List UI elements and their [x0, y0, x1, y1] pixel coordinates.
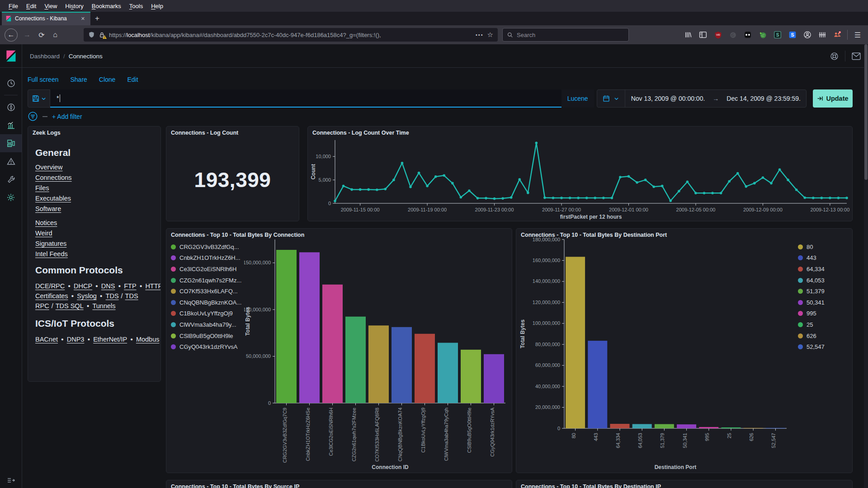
dev-tools-icon[interactable] [0, 170, 22, 188]
data-point[interactable] [829, 197, 831, 199]
data-point[interactable] [837, 197, 840, 199]
data-point[interactable] [426, 185, 429, 188]
dashboard-icon[interactable] [0, 134, 22, 152]
zeek-link-modbus[interactable]: Modbus [136, 336, 160, 343]
data-point[interactable] [350, 188, 353, 191]
data-point[interactable] [678, 190, 680, 192]
menu-bookmarks[interactable]: Bookmarks [88, 1, 125, 11]
data-point[interactable] [434, 175, 437, 178]
saved-query-button[interactable] [28, 89, 50, 108]
data-point[interactable] [569, 197, 571, 199]
legend-item[interactable]: Ce3lCG2oEiSNRlh6H [171, 263, 243, 275]
data-point[interactable] [644, 178, 647, 181]
data-point[interactable] [577, 197, 580, 199]
bar[interactable] [722, 427, 741, 428]
page-actions-icon[interactable]: ••• [476, 32, 484, 38]
zeek-link-notices[interactable]: Notices [35, 219, 57, 226]
legend-item[interactable]: 995 [798, 308, 849, 319]
data-point[interactable] [334, 200, 336, 202]
data-point[interactable] [418, 172, 420, 174]
zeek-link-connections[interactable]: Connections [35, 174, 72, 181]
line-chart[interactable]: 05,00010,000Count2009-11-15 00:002009-11… [308, 136, 852, 221]
zeek-link-executables[interactable]: Executables [35, 195, 71, 202]
zeek-link-overview[interactable]: Overview [35, 164, 62, 171]
tab-close-icon[interactable]: ✕ [79, 15, 87, 23]
data-point[interactable] [636, 181, 638, 184]
data-point[interactable] [703, 192, 706, 194]
data-point[interactable] [543, 197, 546, 199]
data-point[interactable] [594, 197, 596, 199]
data-point[interactable] [460, 196, 462, 199]
breadcrumb-dashboard[interactable]: Dashboard [30, 53, 60, 60]
menu-history[interactable]: History [61, 1, 87, 11]
data-point[interactable] [552, 197, 555, 199]
bar[interactable] [610, 424, 630, 428]
data-point[interactable] [401, 162, 404, 164]
data-point[interactable] [787, 178, 789, 181]
browser-search[interactable]: Search [502, 28, 629, 42]
legend-item[interactable]: 443 [798, 253, 849, 264]
bar[interactable] [345, 317, 366, 403]
filter-icon[interactable] [28, 111, 38, 122]
menu-edit[interactable]: Edit [22, 1, 40, 11]
bar[interactable] [632, 424, 652, 428]
data-point[interactable] [736, 172, 739, 175]
data-point[interactable] [694, 192, 697, 194]
legend-item[interactable]: 64,334 [798, 263, 849, 275]
data-point[interactable] [845, 197, 848, 199]
data-point[interactable] [367, 188, 370, 191]
library-icon[interactable] [682, 29, 694, 41]
data-point[interactable] [720, 192, 722, 194]
legend-item[interactable]: 626 [798, 330, 849, 342]
zeek-link-dhcp[interactable]: DHCP [74, 282, 92, 290]
cookie-extension-icon[interactable] [742, 29, 754, 41]
zeek-link-ethernet-ip[interactable]: EtherNet/IP [93, 336, 127, 343]
bar[interactable] [677, 424, 696, 428]
alerts-icon[interactable] [0, 152, 22, 170]
url-bar[interactable]: https://localhost/kibana/app/kibana#/das… [84, 28, 498, 42]
bar[interactable] [699, 427, 718, 428]
multi-account-icon[interactable] [831, 29, 843, 41]
zeek-link-bacnet[interactable]: BACnet [35, 336, 58, 343]
containers-icon[interactable] [816, 29, 828, 41]
bar[interactable] [415, 334, 435, 403]
forward-button[interactable]: → [20, 28, 34, 42]
legend-item[interactable]: 80 [798, 241, 849, 253]
menu-help[interactable]: Help [147, 1, 167, 11]
bar[interactable] [655, 424, 674, 428]
help-icon[interactable] [830, 52, 839, 61]
data-point[interactable] [518, 178, 521, 181]
data-point[interactable] [585, 197, 588, 199]
menu-tools[interactable]: Tools [125, 1, 147, 11]
data-point[interactable] [359, 188, 362, 191]
reload-button[interactable]: ⟳ [35, 28, 48, 42]
date-to[interactable]: Dec 14, 2009 @ 23:59:59. [726, 95, 801, 102]
legend-item[interactable]: CRG2GV3vB3ZdfGq... [171, 241, 243, 253]
kibana-logo[interactable] [0, 44, 22, 68]
data-point[interactable] [652, 185, 655, 188]
data-point[interactable] [392, 178, 395, 181]
visualize-icon[interactable] [0, 116, 22, 134]
data-point[interactable] [485, 197, 487, 200]
newsfeed-icon[interactable] [852, 52, 861, 60]
disabled-extension-icon[interactable] [727, 29, 739, 41]
legend-item[interactable]: 50,341 [798, 297, 849, 308]
action-full-screen[interactable]: Full screen [28, 76, 58, 83]
greasemonkey-icon[interactable] [757, 29, 769, 41]
bar[interactable] [322, 285, 343, 403]
zeek-link-tunnels[interactable]: Tunnels [92, 302, 115, 310]
menu-icon[interactable]: ☰ [852, 31, 863, 39]
bar[interactable] [766, 428, 785, 428]
bar[interactable] [299, 252, 320, 403]
zeek-link-tds[interactable]: TDS [106, 292, 119, 300]
zeek-link-files[interactable]: Files [35, 184, 49, 192]
discover-icon[interactable] [0, 98, 22, 116]
bar[interactable] [566, 257, 585, 428]
zeek-link-dns[interactable]: DNS [101, 282, 115, 290]
new-tab-button[interactable]: + [90, 12, 104, 25]
date-from[interactable]: Nov 13, 2009 @ 00:00:00. [631, 95, 705, 102]
data-point[interactable] [770, 182, 773, 185]
legend-item[interactable]: C1BkoUvLyYffzgOj9 [171, 308, 243, 319]
data-point[interactable] [669, 199, 672, 202]
data-point[interactable] [795, 188, 798, 191]
